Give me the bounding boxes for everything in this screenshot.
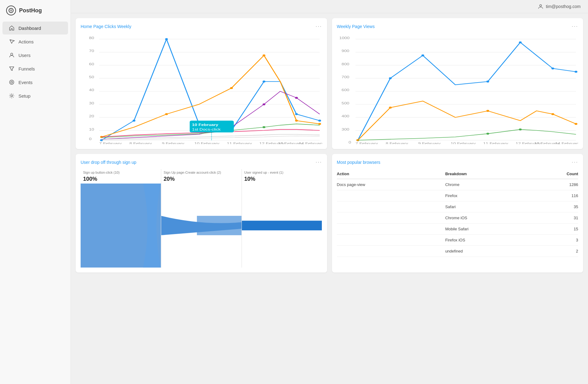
- card-header-clicks: Home Page Clicks Weekly ···: [81, 23, 322, 30]
- browser-table-row: Mobile Safari15: [337, 224, 578, 235]
- svg-text:11 February: 11 February: [483, 142, 508, 144]
- browser-table-row: Chrome iOS31: [337, 212, 578, 224]
- svg-text:9 February: 9 February: [162, 142, 184, 144]
- popular-browsers-card: Most popular browsers ··· Action Breakdo…: [332, 154, 583, 273]
- svg-text:8 February: 8 February: [129, 142, 152, 144]
- svg-point-38: [318, 123, 321, 125]
- svg-text:30: 30: [89, 101, 94, 105]
- svg-text:8 February: 8 February: [386, 142, 408, 144]
- svg-point-74: [421, 55, 424, 56]
- logo-icon: [6, 6, 16, 15]
- col-count: Count: [534, 169, 578, 179]
- svg-point-80: [389, 107, 391, 108]
- sidebar-item-actions[interactable]: Actions: [2, 35, 68, 48]
- browser-row-breakdown: Chrome: [445, 179, 534, 190]
- browser-row-count: 35: [534, 201, 578, 212]
- svg-point-76: [519, 41, 522, 43]
- svg-text:9 February: 9 February: [418, 142, 441, 144]
- browser-row-breakdown: Mobile Safari: [445, 224, 534, 235]
- funnel-step-2-pct: 20%: [161, 176, 242, 184]
- home-icon: [9, 25, 15, 31]
- clicks-chart-svg: 80 70 60 50 40 30 20 10 0: [81, 33, 322, 144]
- svg-point-27: [165, 38, 168, 40]
- clicks-card-menu[interactable]: ···: [315, 23, 322, 30]
- pageviews-chart-svg: 1000 900 800 700 600 500 400 300 0: [337, 33, 578, 144]
- funnel-step-1-pct: 100%: [81, 176, 161, 184]
- svg-point-6: [540, 5, 542, 6]
- svg-text:900: 900: [342, 49, 349, 53]
- svg-text:0: 0: [89, 137, 91, 141]
- svg-text:1000: 1000: [339, 36, 350, 40]
- browsers-card-title: Most popular browsers: [337, 160, 381, 165]
- events-icon: [9, 79, 15, 85]
- card-header-funnel: User drop off through sign up ···: [81, 159, 322, 165]
- svg-point-39: [262, 103, 265, 105]
- sidebar-item-users[interactable]: Users: [2, 49, 68, 62]
- funnel-vis-1: [81, 184, 161, 268]
- user-icon: [538, 4, 543, 9]
- funnel-card-menu[interactable]: ···: [315, 159, 322, 165]
- browser-row-breakdown: undefined: [445, 246, 534, 257]
- browsers-card-menu[interactable]: ···: [572, 159, 578, 165]
- svg-point-36: [262, 55, 265, 56]
- sidebar: PostHog Dashboard Actions Users F: [0, 0, 71, 384]
- pageviews-chart: 1000 900 800 700 600 500 400 300 0: [337, 33, 578, 144]
- browser-table-row: undefined2: [337, 246, 578, 257]
- svg-text:800: 800: [342, 62, 349, 66]
- funnel-card-title: User drop off through sign up: [81, 160, 136, 165]
- browser-row-action: [337, 246, 445, 257]
- funnel-vis-3: [242, 184, 322, 268]
- sidebar-item-dashboard[interactable]: Dashboard: [2, 22, 68, 34]
- browser-row-action: [337, 235, 445, 246]
- app-name: PostHog: [19, 7, 42, 14]
- browser-row-count: 116: [534, 190, 578, 201]
- browser-table-row: Firefox116: [337, 190, 578, 201]
- svg-point-3: [10, 80, 14, 84]
- browser-row-breakdown: Firefox: [445, 190, 534, 201]
- sidebar-item-funnels[interactable]: Funnels: [2, 62, 68, 75]
- svg-point-5: [11, 95, 13, 97]
- user-dropoff-card: User drop off through sign up ··· Sign u…: [76, 154, 327, 273]
- browser-row-action: Docs page-view: [337, 179, 445, 190]
- svg-point-4: [11, 81, 13, 83]
- browser-row-count: 2: [534, 246, 578, 257]
- svg-text:10 February: 10 February: [192, 123, 218, 127]
- funnel-step-1-label: Sign up button-click (10): [81, 169, 161, 176]
- browser-row-breakdown: Safari: [445, 201, 534, 212]
- svg-point-30: [262, 81, 265, 83]
- funnel-step-3: User signed up - event (1) 10%: [242, 169, 322, 268]
- svg-rect-94: [197, 216, 242, 235]
- pageviews-card-menu[interactable]: ···: [572, 23, 578, 30]
- svg-point-73: [389, 77, 391, 79]
- browser-table-row: Firefox iOS3: [337, 235, 578, 246]
- svg-point-81: [486, 110, 489, 112]
- main-content: tim@posthog.com Home Page Clicks Weekly …: [71, 0, 588, 384]
- clicks-card-title: Home Page Clicks Weekly: [81, 24, 131, 29]
- funnels-icon: [9, 66, 15, 72]
- browser-row-count: 31: [534, 212, 578, 224]
- svg-point-82: [551, 113, 554, 115]
- sidebar-item-events[interactable]: Events: [2, 76, 68, 89]
- browsers-table: Action Breakdown Count Docs page-viewChr…: [337, 169, 578, 257]
- svg-point-2: [11, 53, 13, 55]
- dashboard-label: Dashboard: [18, 26, 41, 31]
- svg-point-31: [295, 113, 298, 115]
- funnels-label: Funnels: [18, 66, 35, 71]
- svg-point-34: [165, 113, 168, 115]
- svg-text:300: 300: [342, 127, 349, 131]
- svg-text:20: 20: [89, 114, 94, 118]
- svg-text:10 February: 10 February: [194, 142, 220, 144]
- svg-text:40: 40: [89, 88, 94, 92]
- sidebar-item-setup[interactable]: Setup: [2, 89, 68, 102]
- svg-point-35: [230, 87, 233, 89]
- browser-row-action: [337, 190, 445, 201]
- svg-point-77: [551, 67, 554, 69]
- events-label: Events: [18, 80, 33, 85]
- browser-row-action: [337, 201, 445, 212]
- svg-text:80: 80: [89, 36, 94, 40]
- browser-row-count: 15: [534, 224, 578, 235]
- svg-point-41: [262, 126, 265, 128]
- svg-text:14 February: 14 February: [299, 142, 322, 144]
- svg-point-26: [133, 120, 135, 122]
- browser-table-row: Docs page-viewChrome1286: [337, 179, 578, 190]
